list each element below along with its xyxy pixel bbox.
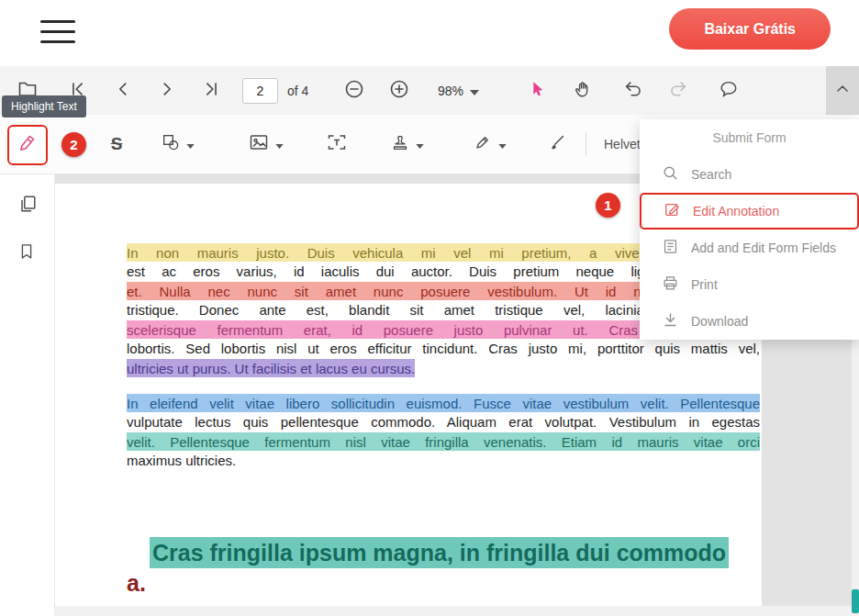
hand-icon (573, 79, 593, 103)
brush-icon (547, 132, 567, 156)
download-icon (662, 311, 679, 331)
form-fields-icon (662, 238, 679, 258)
navigation-toolbar: of 4 98% (0, 66, 859, 115)
edit-annotation-icon (664, 201, 681, 221)
print-icon (662, 274, 679, 295)
chevron-up-icon (833, 80, 852, 102)
top-header: Baixar Grátis (0, 0, 859, 66)
last-page-button[interactable] (197, 77, 225, 105)
menu-item-edit-annotation[interactable]: Edit Annotation (640, 193, 859, 230)
fountain-pen-icon (473, 132, 493, 156)
zoom-out-button[interactable] (340, 77, 368, 105)
left-sidebar (0, 174, 55, 616)
image-icon (248, 131, 270, 157)
strikethrough-icon: S (111, 134, 123, 154)
select-cursor-button[interactable] (523, 77, 551, 105)
more-actions-menu: Submit Form Search Edit Annotation Add a… (640, 119, 859, 340)
highlight-annotation-heading[interactable]: Cras fringilla ipsum magna, in fringilla… (150, 537, 729, 568)
doc-line: velit. Pellentesque fermentum nisl vitae… (127, 431, 760, 451)
download-free-button[interactable]: Baixar Grátis (669, 8, 831, 50)
menu-item-download[interactable]: Download (640, 303, 859, 340)
highlight-pen-icon (17, 132, 39, 158)
pdf-editor-window: Baixar Grátis of 4 98% (0, 0, 859, 616)
redo-icon (668, 79, 688, 103)
step-1-badge: 1 (596, 193, 620, 218)
doc-line: maximus ultricies. (127, 451, 760, 470)
zoom-level-select[interactable]: 98% (438, 84, 479, 98)
zoom-level-value: 98% (438, 84, 463, 98)
shapes-tool[interactable] (161, 128, 195, 161)
chevron-down-icon (470, 84, 479, 98)
menu-item-label: Print (691, 277, 718, 292)
highlight-annotation-purple[interactable]: ultricies ut purus. Ut facilisis et lacu… (127, 359, 415, 377)
text-box-tool[interactable] (324, 128, 350, 161)
menu-item-label: Edit Annotation (693, 204, 779, 218)
redo-button[interactable] (664, 77, 692, 105)
pages-icon (17, 201, 38, 217)
comment-bubble-icon (719, 79, 739, 103)
menu-item-search[interactable]: Search (640, 156, 859, 193)
font-family-select[interactable]: Helvet (604, 137, 641, 151)
strikethrough-tool[interactable]: S (104, 128, 129, 161)
paragraph-2: In eleifend velit vitae libero sollicitu… (127, 393, 762, 470)
step-2-badge: 2 (61, 132, 86, 157)
menu-item-label: Search (691, 167, 731, 182)
hand-pan-button[interactable] (569, 77, 597, 105)
cursor-arrow-icon (527, 79, 547, 103)
horizontal-scrollbar[interactable] (55, 606, 852, 616)
hamburger-menu-icon[interactable] (40, 20, 75, 43)
next-page-button[interactable] (153, 77, 181, 105)
zoom-in-button[interactable] (385, 77, 413, 105)
chevron-down-icon (186, 136, 195, 152)
chevron-down-icon (275, 136, 284, 152)
zoom-out-icon (343, 78, 365, 104)
document-heading: Cras fringilla ipsum magna, in fringilla… (127, 538, 762, 598)
toolbar-divider (586, 132, 586, 156)
highlight-text-tool[interactable] (7, 125, 48, 165)
bookmarks-button[interactable] (17, 242, 36, 264)
zoom-in-icon (388, 78, 410, 104)
bookmark-icon (17, 248, 36, 263)
chevron-down-icon (416, 136, 424, 152)
menu-item-submit-form: Submit Form (640, 119, 859, 156)
page-thumbnails-button[interactable] (17, 194, 38, 218)
scrollbar-thumb[interactable] (852, 589, 859, 613)
menu-item-label: Download (691, 314, 748, 329)
image-tool[interactable] (248, 128, 284, 161)
last-page-icon (201, 79, 221, 103)
doc-line: lobortis. Sed lobortis nisl ut eros effi… (127, 339, 760, 358)
undo-icon (623, 79, 643, 103)
previous-page-button[interactable] (109, 77, 137, 105)
page-number-input[interactable] (242, 78, 278, 104)
heading-line: Cras fringilla ipsum magna, in fringilla… (127, 538, 760, 567)
stamp-icon (390, 132, 410, 156)
shapes-icon (161, 132, 181, 156)
text-box-icon (326, 131, 348, 157)
page-total-label: of 4 (287, 84, 308, 98)
signature-tool[interactable] (473, 128, 507, 161)
chevron-down-icon (498, 136, 507, 152)
doc-line: vulputate lectus quis pellentesque commo… (127, 412, 760, 431)
chevron-right-icon (157, 79, 177, 103)
menu-item-label: Add and Edit Form Fields (691, 241, 836, 255)
chevron-left-icon (113, 79, 133, 103)
comment-button[interactable] (715, 77, 742, 105)
menu-item-print[interactable]: Print (640, 266, 859, 303)
highlight-text-tooltip: Highlight Text (2, 95, 86, 118)
highlight-annotation-teal[interactable]: velit. Pellentesque fermentum nisl vitae… (127, 432, 760, 451)
menu-item-form-fields[interactable]: Add and Edit Form Fields (640, 230, 859, 266)
doc-line: In eleifend velit vitae libero sollicitu… (127, 393, 760, 412)
stamp-tool[interactable] (390, 128, 424, 161)
undo-button[interactable] (619, 77, 647, 105)
highlight-annotation-blue[interactable]: In eleifend velit vitae libero sollicitu… (127, 394, 760, 412)
collapse-toolbar-button[interactable] (826, 66, 859, 115)
heading-suffix: a. (127, 568, 762, 598)
doc-line: ultricies ut purus. Ut facilisis et lacu… (127, 358, 760, 377)
brush-tool[interactable] (544, 128, 570, 161)
menu-item-label: Submit Form (712, 130, 786, 145)
search-icon (662, 164, 679, 185)
